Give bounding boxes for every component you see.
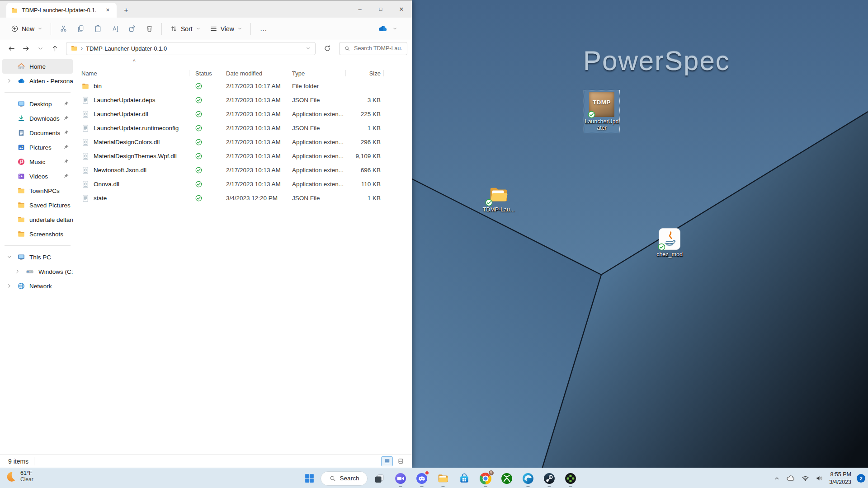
task-view-icon (374, 473, 385, 484)
details-view-toggle[interactable] (381, 456, 393, 466)
new-tab-button[interactable]: + (119, 4, 133, 17)
forward-button[interactable] (19, 42, 33, 55)
sidebar-item-saved-pictures[interactable]: Saved Pictures (2, 198, 73, 212)
microsoft-store-button[interactable] (455, 469, 474, 488)
tab-close-icon[interactable]: ✕ (104, 6, 112, 14)
file-row[interactable]: MaterialDesignColors.dll 2/17/2023 10:13… (75, 135, 412, 149)
volume-button[interactable] (815, 474, 824, 483)
file-date: 2/17/2023 10:13 AM (226, 181, 292, 188)
sidebar-item-desktop[interactable]: Desktop (2, 97, 73, 111)
search-box[interactable]: Search TDMP-Lau... (339, 42, 407, 55)
pin-icon[interactable] (63, 101, 69, 107)
sidebar-item-this-pc[interactable]: This PC (2, 250, 73, 264)
xbox-button[interactable] (497, 469, 516, 488)
new-button-label: New (22, 25, 34, 33)
sidebar-item-network[interactable]: Network (2, 279, 73, 293)
copy-button[interactable] (72, 21, 89, 37)
sidebar-item-pictures[interactable]: Pictures (2, 140, 73, 155)
notification-count-badge[interactable]: 2 (857, 474, 865, 483)
rename-button[interactable] (106, 21, 123, 37)
wifi-button[interactable] (801, 474, 810, 483)
column-header-name[interactable]: Name (75, 70, 188, 77)
game-app-button[interactable] (561, 469, 580, 488)
edge-button[interactable] (519, 469, 538, 488)
discord-button[interactable] (412, 469, 431, 488)
column-header-status[interactable]: Status (188, 70, 226, 77)
large-icons-view-toggle[interactable] (395, 456, 406, 466)
sidebar-item-undertale-deltarun[interactable]: undertale deltarun (2, 212, 73, 227)
pin-icon[interactable] (63, 130, 69, 136)
video-app-button[interactable] (391, 469, 410, 488)
file-row[interactable]: Onova.dll 2/17/2023 10:13 AM Application… (75, 177, 412, 191)
up-button[interactable] (48, 42, 61, 55)
desktop-icon-launcherupdater[interactable]: TDMP LauncherUpdater (584, 90, 619, 133)
chevron-right-icon[interactable] (6, 283, 12, 289)
address-bar[interactable]: › TDMP-Launcher-Updater-0.1.0 (66, 42, 316, 55)
onedrive-tray-button[interactable] (786, 474, 796, 483)
chevron-down-icon[interactable] (6, 254, 12, 260)
share-button[interactable] (123, 21, 141, 37)
taskbar-search[interactable]: Search (321, 471, 368, 486)
chevron-down-icon (392, 26, 397, 31)
see-more-button[interactable]: … (255, 25, 273, 33)
chevron-down-icon (196, 26, 201, 31)
desktop-icon-chez-mod[interactable]: chez_mod (652, 228, 687, 258)
back-button[interactable] (5, 42, 18, 55)
steam-button[interactable] (540, 469, 559, 488)
column-header-type[interactable]: Type (292, 70, 344, 77)
pin-icon[interactable] (63, 173, 69, 179)
view-button[interactable]: View (205, 22, 247, 36)
file-row[interactable]: MaterialDesignThemes.Wpf.dll 2/17/2023 1… (75, 149, 412, 163)
pin-icon[interactable] (63, 159, 69, 164)
taskbar-center: Search (300, 468, 580, 488)
task-view-button[interactable] (370, 469, 389, 488)
sidebar-item-townnpcs[interactable]: TownNPCs (2, 183, 73, 198)
sidebar-item-windows-c[interactable]: Windows (C:) (2, 264, 73, 279)
paste-button[interactable] (89, 21, 106, 37)
onedrive-cloud-icon (17, 77, 25, 85)
refresh-button[interactable] (321, 42, 334, 55)
sidebar-item-downloads[interactable]: Downloads (2, 111, 73, 126)
delete-button[interactable] (141, 21, 158, 37)
clock[interactable]: 8:55 PM 3/4/2023 (829, 471, 851, 486)
pin-icon[interactable] (63, 115, 69, 121)
cut-button[interactable] (55, 21, 72, 37)
maximize-button[interactable]: □ (370, 0, 391, 18)
onedrive-status-button[interactable] (373, 20, 402, 37)
hidden-icons-button[interactable] (774, 475, 780, 482)
sidebar-item-videos[interactable]: Videos (2, 169, 73, 183)
file-row[interactable]: bin 2/17/2023 10:17 AM File folder (75, 79, 412, 93)
file-row[interactable]: state 3/4/2023 12:20 PM JSON File 1 KB (75, 191, 412, 205)
command-toolbar: New Sort View … (0, 18, 412, 40)
desktop-icon-tdmp-folder[interactable]: TDMP-Lau... (481, 184, 516, 213)
chevron-right-icon[interactable] (14, 268, 20, 274)
minimize-button[interactable]: – (349, 0, 370, 18)
file-row[interactable]: Newtonsoft.Json.dll 2/17/2023 10:13 AM A… (75, 163, 412, 177)
start-button[interactable] (300, 469, 318, 488)
sidebar-item-music[interactable]: Music (2, 155, 73, 169)
recent-locations-button[interactable] (33, 42, 47, 55)
chevron-right-icon[interactable] (6, 78, 12, 84)
sidebar-item-screenshots[interactable]: Screenshots (2, 227, 73, 241)
sidebar-item-onedrive[interactable]: Aiden - Personal (2, 74, 73, 88)
address-dropdown-icon[interactable] (306, 46, 311, 51)
column-header-date[interactable]: Date modified (226, 70, 292, 77)
file-row[interactable]: LauncherUpdater.runtimeconfig 2/17/2023 … (75, 121, 412, 135)
breadcrumb-path[interactable]: TDMP-Launcher-Updater-0.1.0 (86, 45, 302, 52)
sort-direction-caret[interactable]: ^ (133, 58, 136, 65)
new-button[interactable]: New (6, 22, 47, 36)
file-explorer-button[interactable] (434, 469, 453, 488)
sync-status-icon (195, 181, 202, 188)
weather-widget[interactable]: 61°F Clear (5, 470, 33, 483)
explorer-tab[interactable]: TDMP-Launcher-Updater-0.1. ✕ (6, 3, 117, 18)
file-row[interactable]: LauncherUpdater.dll 2/17/2023 10:13 AM A… (75, 107, 412, 121)
sidebar-item-home[interactable]: Home (2, 59, 73, 74)
pin-icon[interactable] (63, 144, 69, 150)
chrome-button[interactable] (476, 469, 495, 488)
sidebar-item-documents[interactable]: Documents (2, 126, 73, 140)
sort-button[interactable]: Sort (165, 22, 205, 36)
file-type: JSON File (292, 97, 344, 103)
column-header-size[interactable]: Size (344, 70, 381, 77)
close-button[interactable]: ✕ (391, 0, 412, 18)
file-row[interactable]: LauncherUpdater.deps 2/17/2023 10:13 AM … (75, 93, 412, 107)
